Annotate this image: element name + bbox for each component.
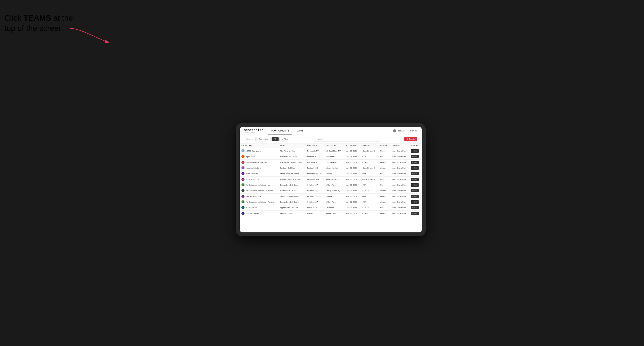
cell-event-name: F Fall Statesmen Invitational - Women — [240, 199, 278, 205]
table-container: EVENT NAME VENUE CITY, STATE HOSTED BY S… — [240, 144, 422, 232]
col-event-name: EVENT NAME — [240, 144, 278, 148]
cell-scoring: team, Stroke Play — [390, 176, 409, 182]
cell-hosted-by: John A Logan — [324, 210, 345, 216]
search-bar — [314, 137, 380, 142]
create-button[interactable]: + Create — [404, 137, 418, 141]
cell-city-state: Newburgh, NY — [306, 148, 324, 154]
team-logo: M — [242, 166, 244, 170]
cell-hosted-by: Pikeville — [324, 193, 345, 199]
cell-start-date: Aug 28, 2023 — [344, 171, 360, 176]
cell-event-name: U upike fall invitational — [240, 193, 278, 199]
cell-venue: Park Hills Golf Course — [278, 154, 306, 159]
pencil-icon — [412, 156, 414, 158]
team-logo: V — [242, 206, 244, 209]
cell-start-date: Aug 28, 2023 — [344, 182, 360, 188]
tablet-frame: SCOREBOARD Powered by Clippit TOURNAMENT… — [236, 123, 426, 236]
pencil-icon — [412, 190, 414, 192]
cell-scoring: team, Stroke Play — [390, 182, 409, 188]
cell-gender: Men — [378, 176, 390, 182]
cell-venue: The Powelton Club — [278, 148, 306, 154]
cell-scoring: team, Stroke Play — [390, 193, 409, 199]
event-name-text: upike fall invitational — [246, 195, 261, 197]
cell-division: NCAA Division III — [360, 176, 378, 182]
search-input[interactable] — [314, 137, 380, 142]
edit-button[interactable]: Edit — [411, 212, 419, 215]
cell-division: NAIA — [360, 193, 378, 199]
pencil-icon — [412, 212, 414, 214]
user-name: Test User — [398, 130, 406, 132]
cell-gender: Women — [378, 210, 390, 216]
event-name-text: Fall Statesmen Invitational - Men — [246, 184, 271, 186]
cell-event-name: V VU PREVIEW — [240, 205, 278, 210]
instruction-arrow — [68, 26, 111, 47]
cell-division: NAIA — [360, 199, 378, 205]
cell-start-date: Aug 25, 2023 — [344, 154, 360, 159]
col-hosted-by: HOSTED BY — [324, 144, 345, 148]
edit-button[interactable]: Edit — [411, 161, 419, 164]
cell-hosted-by: William Penn — [324, 182, 345, 188]
team-logo: M — [242, 149, 244, 152]
cell-city-state: Marion, IL — [306, 210, 324, 216]
edit-button[interactable]: Edit — [411, 183, 419, 187]
tablet-screen: SCOREBOARD Powered by Clippit TOURNAMENT… — [240, 127, 422, 232]
filter-all[interactable]: All — [272, 137, 278, 141]
cell-venue: Lake Bracken Country Club — [278, 159, 306, 165]
edit-button[interactable]: Edit — [411, 195, 419, 198]
cell-actions: Edit — [409, 193, 422, 199]
cell-start-date: Aug 28, 2023 — [344, 188, 360, 193]
cell-gender: Men — [378, 171, 390, 176]
cell-division: NJCAA II — [360, 205, 378, 210]
edit-button[interactable]: Edit — [411, 178, 419, 181]
cell-hosted-by: Minnesota-Morris — [324, 176, 345, 182]
cell-actions: Edit — [409, 165, 422, 171]
team-logo: M — [242, 178, 244, 181]
tab-teams[interactable]: TEAMS — [292, 127, 307, 135]
cell-event-name: M MSMC Qualifying 1 — [240, 148, 278, 154]
table-row: 2 2023 Women's Hesston Fall Kickoff Hess… — [240, 188, 422, 193]
cell-start-date: Aug 28, 2023 — [344, 165, 360, 171]
edit-button[interactable]: Edit — [411, 155, 419, 158]
cell-city-state: Deerwood, MN — [306, 176, 324, 182]
table-row: M MSMC Qualifying 1 The Powelton Club Ne… — [240, 148, 422, 154]
event-name-text: Klash at Kokopelli — [246, 212, 260, 214]
edit-button[interactable]: Edit — [411, 206, 419, 209]
edit-button[interactable]: Edit — [411, 172, 419, 175]
table-row: K Klash at Kokopelli Kokopelli Golf Club… — [240, 210, 422, 216]
settings-icon[interactable]: ⚙ — [393, 129, 396, 132]
nav-tabs: TOURNAMENTS TEAMS — [268, 127, 393, 135]
cell-actions: Edit — [409, 199, 422, 205]
tab-tournaments[interactable]: TOURNAMENTS — [268, 127, 292, 135]
event-name-text: Fall Statesmen Invitational - Women — [246, 201, 274, 203]
event-name-text: Maverick Invitational — [246, 167, 261, 169]
cell-actions: Edit — [409, 148, 422, 154]
cell-division: NAIA — [360, 182, 378, 188]
edit-button[interactable]: Edit — [411, 149, 419, 153]
cell-gender: Men — [378, 182, 390, 188]
table-row: U upike fall invitational StoneCrest Gol… — [240, 193, 422, 199]
cell-city-state: Prestonsburg, KY — [306, 171, 324, 176]
separator: | — [408, 130, 408, 132]
cell-scoring: team, Stroke Play — [390, 159, 409, 165]
filter-button[interactable]: ≡ Filter — [280, 137, 290, 141]
cell-venue: Hesston Golf Course — [278, 188, 306, 193]
cell-start-date: Aug 28, 2023 — [344, 176, 360, 182]
event-name-text: VU PREVIEW — [246, 207, 256, 209]
edit-button[interactable]: Edit — [411, 200, 419, 204]
table-row: F Fall Statesmen Invitational - Men Edmu… — [240, 182, 422, 188]
cell-scoring: team, Stroke Play — [390, 171, 409, 176]
pencil-icon — [412, 201, 414, 203]
cell-scoring: team, Stroke Play — [390, 154, 409, 159]
cell-actions: Edit — [409, 176, 422, 182]
filter-competing[interactable]: Competing — [256, 137, 271, 141]
cell-city-state: Prestonsburg, KY — [306, 193, 324, 199]
teams-emphasis: TEAMS — [24, 13, 51, 22]
cell-scoring: team, Stroke Play — [390, 148, 409, 154]
team-logo: U — [242, 195, 244, 198]
team-logo: K — [242, 212, 244, 215]
edit-button[interactable]: Edit — [411, 189, 419, 192]
edit-button[interactable]: Edit — [411, 166, 419, 170]
filter-hosting[interactable]: Hosting — [244, 137, 256, 141]
signout-link[interactable]: Sign out — [410, 130, 418, 132]
cell-start-date: Aug 28, 2023 — [344, 193, 360, 199]
team-logo: F — [242, 200, 244, 203]
